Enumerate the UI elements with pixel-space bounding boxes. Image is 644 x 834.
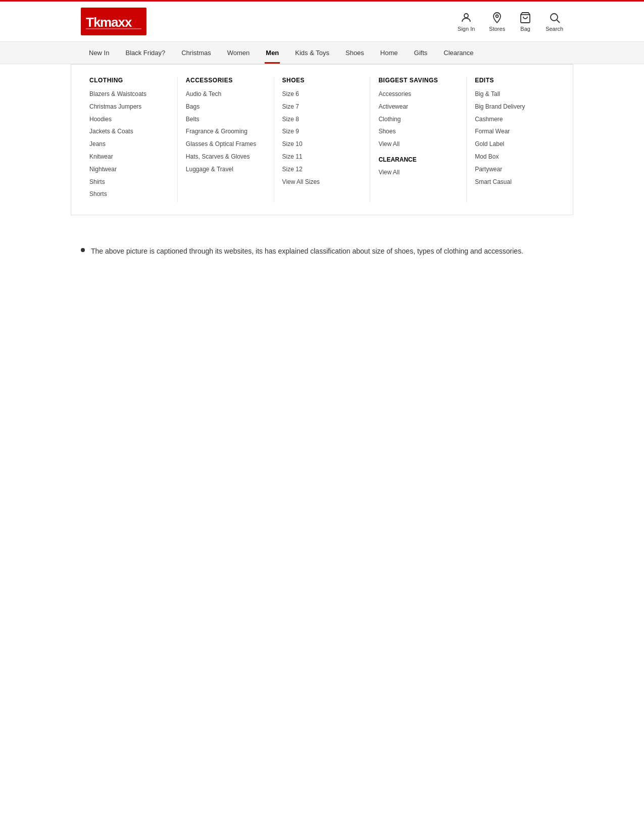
svg-text:maxx: maxx [100, 15, 132, 30]
nav-item-black-friday-[interactable]: Black Friday? [117, 42, 173, 64]
mega-col-item[interactable]: Gold Label [475, 140, 555, 149]
mega-col-item[interactable]: Audio & Tech [186, 90, 266, 99]
mega-col-item[interactable]: Formal Wear [475, 127, 555, 136]
sign-in-button[interactable]: Sign In [458, 12, 475, 32]
main-nav: New InBlack Friday?ChristmasWomenMenKids… [0, 42, 644, 64]
search-button[interactable]: Search [546, 12, 563, 32]
stores-button[interactable]: Stores [489, 12, 505, 32]
svg-text:Tk: Tk [86, 15, 101, 30]
location-icon [491, 12, 503, 24]
mega-col-item[interactable]: Size 10 [282, 140, 362, 149]
mega-col-item[interactable]: Size 6 [282, 90, 362, 99]
mega-col-title-3: BIGGEST SAVINGS [378, 77, 458, 84]
mega-col-title-0: CLOTHING [89, 77, 169, 84]
nav-item-clearance[interactable]: Clearance [435, 42, 481, 64]
clearance-section-title: CLEARANCE [378, 156, 458, 164]
clearance-item[interactable]: View All [378, 168, 458, 177]
mega-col-1: ACCESSORIESAudio & TechBagsBeltsFragranc… [178, 77, 274, 203]
mega-col-item[interactable]: Luggage & Travel [186, 165, 266, 174]
mega-col-item[interactable]: Glasses & Optical Frames [186, 140, 266, 149]
stores-label: Stores [489, 26, 505, 32]
bag-icon [519, 12, 531, 24]
mega-col-item[interactable]: Size 9 [282, 127, 362, 136]
mega-col-item[interactable]: Nightwear [89, 165, 169, 174]
nav-item-shoes[interactable]: Shoes [337, 42, 372, 64]
mega-col-item[interactable]: Activewear [378, 103, 458, 111]
mega-col-item[interactable]: Hoodies [89, 115, 169, 124]
bullet-dot [81, 248, 85, 252]
mega-col-item[interactable]: Jackets & Coats [89, 127, 169, 136]
mega-col-title-1: ACCESSORIES [186, 77, 266, 84]
nav-item-kids---toys[interactable]: Kids & Toys [287, 42, 337, 64]
mega-col-item[interactable]: Big & Tall [475, 90, 555, 99]
search-label: Search [546, 26, 563, 32]
mega-col-item[interactable]: Mod Box [475, 153, 555, 161]
mega-col-item[interactable]: Jeans [89, 140, 169, 149]
mega-col-item[interactable]: Blazers & Waistcoats [89, 90, 169, 99]
mega-col-item[interactable]: View All [378, 140, 458, 149]
bullet-item: The above picture is captioned through i… [81, 246, 563, 257]
bag-button[interactable]: Bag [519, 12, 531, 32]
mega-col-item[interactable]: Shirts [89, 178, 169, 186]
mega-col-4: EDITSBig & TallBig Brand DeliveryCashmer… [467, 77, 563, 203]
mega-col-item[interactable]: Size 12 [282, 165, 362, 174]
mega-col-item[interactable]: Shorts [89, 190, 169, 199]
mega-col-0: CLOTHINGBlazers & WaistcoatsChristmas Ju… [81, 77, 178, 203]
svg-line-8 [557, 20, 560, 23]
mega-col-title-2: SHOES [282, 77, 362, 84]
page-content: The above picture is captioned through i… [0, 215, 644, 277]
nav-item-christmas[interactable]: Christmas [173, 42, 219, 64]
tkmaxx-logo[interactable]: Tk maxx [81, 8, 146, 35]
mega-col-item[interactable]: Christmas Jumpers [89, 103, 169, 111]
mega-col-item[interactable]: Big Brand Delivery [475, 103, 555, 111]
nav-item-home[interactable]: Home [372, 42, 406, 64]
header: Tk maxx Sign In Stores [0, 0, 644, 42]
mega-col-item[interactable]: Shoes [378, 127, 458, 136]
person-icon [460, 12, 472, 24]
mega-col-title-4: EDITS [475, 77, 555, 84]
mega-col-item[interactable]: Cashmere [475, 115, 555, 124]
mega-col-2: SHOESSize 6Size 7Size 8Size 9Size 10Size… [274, 77, 371, 203]
mega-col-item[interactable]: Knitwear [89, 153, 169, 161]
header-icons: Sign In Stores Bag Search [458, 12, 563, 32]
bullet-text: The above picture is captioned through i… [91, 246, 523, 257]
mega-col-item[interactable]: Belts [186, 115, 266, 124]
mega-col-item[interactable]: Smart Casual [475, 178, 555, 186]
mega-col-item[interactable]: Size 11 [282, 153, 362, 161]
search-icon [549, 12, 561, 24]
svg-point-4 [464, 14, 468, 18]
mega-col-3: BIGGEST SAVINGSAccessoriesActivewearClot… [370, 77, 467, 203]
nav-item-men[interactable]: Men [258, 42, 287, 64]
mega-col-item[interactable]: Partywear [475, 165, 555, 174]
nav-item-women[interactable]: Women [219, 42, 258, 64]
nav-item-gifts[interactable]: Gifts [406, 42, 436, 64]
bag-label: Bag [520, 26, 530, 32]
sign-in-label: Sign In [458, 26, 475, 32]
svg-point-7 [551, 14, 558, 21]
mega-col-item[interactable]: Clothing [378, 115, 458, 124]
mega-col-item[interactable]: Size 8 [282, 115, 362, 124]
svg-point-5 [496, 15, 499, 17]
mega-col-item[interactable]: Fragrance & Grooming [186, 127, 266, 136]
mega-col-item[interactable]: View All Sizes [282, 178, 362, 186]
mega-col-item[interactable]: Bags [186, 103, 266, 111]
mega-col-item[interactable]: Accessories [378, 90, 458, 99]
mega-col-item[interactable]: Hats, Scarves & Gloves [186, 153, 266, 161]
nav-item-new-in[interactable]: New In [81, 42, 117, 64]
mega-col-item[interactable]: Size 7 [282, 103, 362, 111]
mega-menu: CLOTHINGBlazers & WaistcoatsChristmas Ju… [71, 64, 573, 215]
logo-area: Tk maxx [81, 8, 146, 35]
